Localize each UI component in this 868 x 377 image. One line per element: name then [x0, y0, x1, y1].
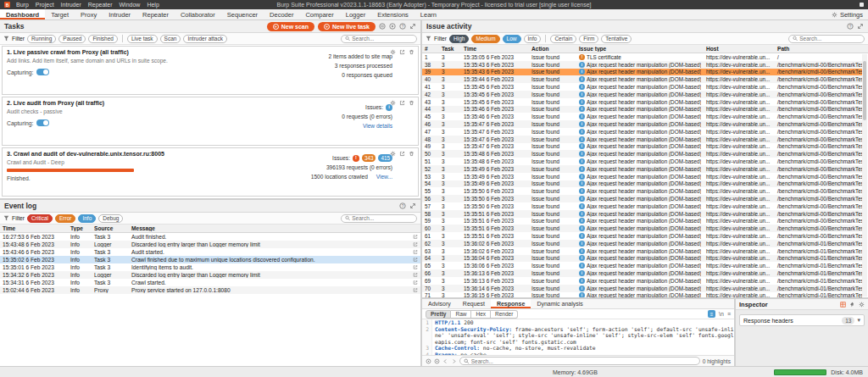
task-card-2[interactable]: 2. Live audit from Proxy (all traffic) A… — [2, 97, 419, 146]
open-in-new-icon[interactable] — [410, 287, 420, 293]
task-card-3[interactable]: 3. Crawl and audit of dev-vulnerable.uni… — [2, 147, 419, 197]
view-tab-raw[interactable]: Raw — [451, 310, 471, 319]
filter-scan[interactable]: Scan — [160, 35, 181, 43]
syntax-highlight-icon[interactable]: ≡ — [708, 310, 715, 318]
event-row[interactable]: 15:34:32 6 Feb 2023InfoLoggerDiscarded l… — [0, 271, 420, 279]
menu-repeater[interactable]: Repeater — [88, 2, 113, 8]
view-link[interactable]: View... — [376, 174, 392, 180]
open-in-new-icon[interactable] — [410, 241, 420, 247]
settings-button[interactable]: Settings — [826, 9, 868, 19]
tab-extensions[interactable]: Extensions — [371, 9, 415, 19]
view-tab-pretty[interactable]: Pretty — [426, 310, 451, 319]
issue-row[interactable]: 43315:35:45 6 Feb 2023Issue foundiAjax r… — [422, 98, 862, 106]
event-row[interactable]: 15:43:48 6 Feb 2023InfoLoggerDiscarded l… — [0, 241, 420, 248]
issue-row[interactable]: 54315:35:49 6 Feb 2023Issue foundiAjax r… — [422, 180, 862, 188]
tab-dashboard[interactable]: Dashboard — [0, 9, 45, 19]
issue-row[interactable]: 70315:36:14 6 Feb 2023Issue foundiAjax r… — [422, 285, 862, 292]
resume-all-tasks-icon[interactable] — [389, 23, 396, 30]
issue-row[interactable]: 55315:35:50 6 Feb 2023Issue foundiAjax r… — [422, 187, 862, 195]
task-card-1[interactable]: 1. Live passive crawl from Proxy (all tr… — [2, 46, 419, 95]
expand-panel-icon[interactable] — [409, 202, 416, 209]
column-header[interactable]: # — [422, 46, 439, 52]
menu-burp[interactable]: Burp — [16, 2, 29, 8]
filter-firm[interactable]: Firm — [579, 35, 598, 43]
filter-certain[interactable]: Certain — [550, 35, 576, 43]
view-details-link[interactable]: View details — [342, 121, 392, 130]
filter-critical[interactable]: Critical — [27, 214, 53, 223]
advisory-tab-advisory[interactable]: Advisory — [422, 299, 457, 308]
window-controls[interactable] — [860, 3, 864, 7]
delete-task-icon[interactable] — [409, 100, 415, 106]
issue-row[interactable]: 65315:36:06 6 Feb 2023Issue foundiAjax r… — [422, 262, 862, 269]
event-row[interactable]: 15:34:31 6 Feb 2023InfoTask 3Crawl start… — [0, 279, 420, 286]
inspector-section[interactable]: Response headers13▾ — [739, 314, 865, 326]
issue-row[interactable]: 38315:35:43 6 Feb 2023Issue foundiAjax r… — [422, 61, 862, 69]
column-header[interactable]: Host — [704, 46, 775, 52]
event-row[interactable]: 15:43:46 6 Feb 2023InfoTask 3Audit start… — [0, 248, 420, 256]
scrollbar-thumb[interactable] — [863, 61, 866, 120]
column-header[interactable]: Time — [0, 225, 68, 231]
column-header[interactable]: Time — [461, 46, 529, 52]
tasks-search-input[interactable] — [352, 36, 413, 42]
previous-match-icon[interactable] — [442, 358, 448, 364]
menu-intruder[interactable]: Intruder — [61, 2, 81, 8]
open-in-new-icon[interactable] — [410, 264, 420, 270]
filter-debug[interactable]: Debug — [98, 214, 123, 223]
pause-all-tasks-icon[interactable] — [379, 23, 386, 30]
open-in-new-icon[interactable] — [410, 249, 420, 255]
issue-row[interactable]: 64315:36:04 6 Feb 2023Issue foundiAjax r… — [422, 255, 862, 263]
issue-row[interactable]: 53315:35:49 6 Feb 2023Issue foundiAjax r… — [422, 173, 862, 180]
filter-tentative[interactable]: Tentative — [601, 35, 632, 43]
new-live-task-button[interactable]: +New live task — [318, 22, 376, 31]
column-header[interactable]: Type — [68, 225, 92, 231]
filter-low[interactable]: Low — [503, 35, 521, 43]
issue-row[interactable]: 66315:36:13 6 Feb 2023Issue foundiAjax r… — [422, 269, 862, 277]
newline-toggle-icon[interactable]: \n — [719, 311, 724, 317]
event-log-search-input[interactable] — [352, 215, 413, 221]
issue-scrollbar[interactable] — [862, 54, 867, 297]
tab-decoder[interactable]: Decoder — [264, 9, 299, 19]
filter-error[interactable]: Error — [55, 214, 75, 223]
advisory-tab-dynamic-analysis[interactable]: Dynamic analysis — [531, 299, 588, 308]
issue-row[interactable]: 57315:35:50 6 Feb 2023Issue foundiAjax r… — [422, 202, 862, 210]
tab-sequencer[interactable]: Sequencer — [221, 9, 264, 19]
open-in-new-icon[interactable] — [410, 257, 420, 263]
issue-row[interactable]: 63315:36:02 6 Feb 2023Issue foundiAjax r… — [422, 247, 862, 255]
tab-collaborator[interactable]: Collaborator — [175, 9, 221, 19]
open-in-new-icon[interactable] — [399, 151, 405, 157]
issue-row[interactable]: 69315:36:13 6 Feb 2023Issue foundiAjax r… — [422, 277, 862, 285]
issue-row[interactable]: 62315:36:02 6 Feb 2023Issue foundiAjax r… — [422, 240, 862, 247]
filter-intruder-attack[interactable]: Intruder attack — [183, 35, 227, 43]
tab-logger[interactable]: Logger — [340, 9, 371, 19]
event-table-head[interactable]: TimeTypeSourceMessage — [0, 225, 420, 233]
tab-proxy[interactable]: Proxy — [75, 9, 103, 19]
search-option-icon[interactable] — [426, 358, 431, 364]
issue-row[interactable]: 39315:35:43 6 Feb 2023Issue foundiAjax r… — [422, 69, 862, 76]
pin-icon[interactable] — [849, 302, 855, 308]
delete-task-icon[interactable] — [409, 49, 415, 55]
dock-icon[interactable] — [840, 302, 846, 308]
issue-row[interactable]: 50315:35:48 6 Feb 2023Issue foundiAjax r… — [422, 150, 862, 158]
issue-row[interactable]: 59315:35:51 6 Feb 2023Issue foundiAjax r… — [422, 218, 862, 225]
tab-intruder[interactable]: Intruder — [103, 9, 136, 19]
column-header[interactable]: Source — [92, 225, 129, 231]
wrap-lines-icon[interactable]: ≡ — [727, 311, 731, 317]
view-tab-render[interactable]: Render — [491, 310, 518, 319]
issue-row[interactable]: 52315:35:49 6 Feb 2023Issue foundiAjax r… — [422, 165, 862, 173]
filter-paused[interactable]: Paused — [58, 35, 86, 43]
event-row[interactable]: 15:35:02 6 Feb 2023InfoTask 3Crawl finis… — [0, 256, 420, 263]
new-scan-button[interactable]: +New scan — [267, 22, 314, 31]
issue-row[interactable]: 45315:35:46 6 Feb 2023Issue foundiAjax r… — [422, 113, 862, 120]
tab-comparer[interactable]: Comparer — [299, 9, 339, 19]
issue-row[interactable]: 60315:35:51 6 Feb 2023Issue foundiAjax r… — [422, 225, 862, 232]
open-in-new-icon[interactable] — [399, 49, 405, 55]
filter-finished[interactable]: Finished — [88, 35, 118, 43]
issue-row[interactable]: 1315:35:05 6 Feb 2023Issue found!TLS cer… — [422, 53, 862, 61]
event-row[interactable]: 15:35:01 6 Feb 2023InfoTask 3Identifying… — [0, 263, 420, 271]
tab-learn[interactable]: Learn — [415, 9, 442, 19]
next-match-icon[interactable] — [451, 358, 457, 364]
issue-row[interactable]: 61315:35:51 6 Feb 2023Issue foundiAjax r… — [422, 232, 862, 240]
help-icon[interactable] — [399, 202, 406, 209]
issue-row[interactable]: 44315:35:46 6 Feb 2023Issue foundiAjax r… — [422, 106, 862, 114]
issue-row[interactable]: 47315:35:47 6 Feb 2023Issue foundiAjax r… — [422, 128, 862, 136]
